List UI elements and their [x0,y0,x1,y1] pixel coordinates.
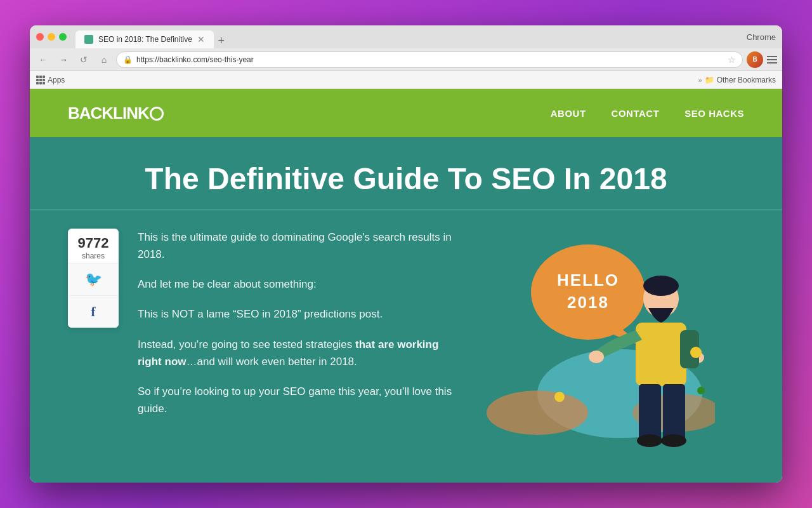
bookmarks-bar: Apps » 📁 Other Bookmarks [30,71,782,89]
chevrons-icon: » [698,76,702,84]
article-para-2: And let me be clear about something: [138,276,455,293]
share-twitter-button[interactable]: 🐦 [68,263,119,295]
profile-button[interactable]: B [747,51,763,68]
svg-point-15 [661,434,686,447]
ssl-lock-icon: 🔒 [123,55,133,64]
site-logo: BACKLINK [68,104,164,123]
site-nav: BACKLINK ABOUT CONTACT SEO HACKS [30,89,782,137]
share-label: shares [73,251,114,260]
browser-window: SEO in 2018: The Definitive ✕ + Chrome ←… [30,25,782,483]
nav-contact[interactable]: CONTACT [612,108,660,119]
svg-point-14 [637,434,662,447]
close-button[interactable] [36,33,44,41]
traffic-lights [36,33,67,41]
tab-favicon [84,35,93,44]
svg-rect-13 [663,384,685,441]
main-content: The Definitive Guide To SEO In 2018 9772… [30,137,782,483]
svg-point-10 [589,351,604,363]
svg-point-1 [487,391,588,435]
article-text: This is the ultimate guide to dominating… [138,229,455,470]
facebook-icon: f [91,304,95,320]
share-count: 9772 shares [68,229,119,263]
forward-button[interactable]: → [55,51,72,68]
article-para-1: This is the ultimate guide to dominating… [138,229,455,263]
svg-rect-9 [636,323,686,386]
title-bar: SEO in 2018: The Definitive ✕ + Chrome [30,25,782,48]
browser-tab[interactable]: SEO in 2018: The Definitive ✕ [75,30,214,48]
url-display: https://backlinko.com/seo-this-year [136,55,724,64]
para4-end: …and will work even better in 2018. [186,356,357,368]
illustration-area: HELLO 2018 [474,229,715,470]
share-number: 9772 [73,235,114,251]
other-bookmarks[interactable]: 📁 Other Bookmarks [705,76,776,84]
chrome-label: Chrome [747,32,776,42]
svg-text:HELLO: HELLO [557,271,619,290]
tab-title: SEO in 2018: The Definitive [98,35,192,44]
content-area: 9772 shares 🐦 f This is the ultimate gui… [30,210,782,483]
svg-text:2018: 2018 [567,293,609,312]
share-facebook-button[interactable]: f [68,295,119,328]
logo-o [150,107,164,121]
maximize-button[interactable] [59,33,67,41]
other-bookmarks-label: Other Bookmarks [717,76,776,84]
article-para-5: So if you’re looking to up your SEO game… [138,383,455,417]
new-tab-button[interactable]: + [214,33,229,48]
address-bar[interactable]: 🔒 https://backlinko.com/seo-this-year ☆ [116,51,743,68]
para4-start: Instead, you’re going to see tested stra… [138,338,355,351]
nav-seo-hacks[interactable]: SEO HACKS [684,108,744,119]
share-box: 9772 shares 🐦 f [68,229,119,328]
page-header: The Definitive Guide To SEO In 2018 [30,137,782,210]
folder-icon: 📁 [705,76,714,84]
page-title: The Definitive Guide To SEO In 2018 [68,163,744,196]
site-nav-links: ABOUT CONTACT SEO HACKS [551,108,744,119]
svg-point-19 [697,387,705,394]
website-content: BACKLINK ABOUT CONTACT SEO HACKS The Def… [30,89,782,483]
refresh-button[interactable]: ↺ [75,51,92,68]
tab-area: SEO in 2018: The Definitive ✕ + [75,25,743,48]
bookmarks-right: » 📁 Other Bookmarks [698,76,776,84]
apps-label: Apps [48,76,65,84]
tab-close-icon[interactable]: ✕ [197,35,205,44]
apps-button[interactable]: Apps [36,76,65,84]
svg-point-3 [531,244,645,340]
illustration-svg: HELLO 2018 [474,229,715,451]
article-para-4: Instead, you’re going to see tested stra… [138,336,455,370]
nav-about[interactable]: ABOUT [551,108,586,119]
svg-point-18 [690,347,702,358]
toolbar: ← → ↺ ⌂ 🔒 https://backlinko.com/seo-this… [30,48,782,71]
svg-point-17 [554,392,565,402]
home-button[interactable]: ⌂ [96,51,112,68]
article-para-3: This is NOT a lame “SEO in 2018” predict… [138,305,455,323]
share-sidebar: 9772 shares 🐦 f [68,229,119,470]
browser-menu-button[interactable] [767,56,777,64]
bookmark-star-icon[interactable]: ☆ [728,55,736,65]
svg-point-8 [643,276,679,296]
minimize-button[interactable] [48,33,55,41]
twitter-icon: 🐦 [85,271,102,288]
back-button[interactable]: ← [35,51,51,68]
apps-grid-icon [36,76,45,84]
svg-rect-12 [639,384,661,441]
